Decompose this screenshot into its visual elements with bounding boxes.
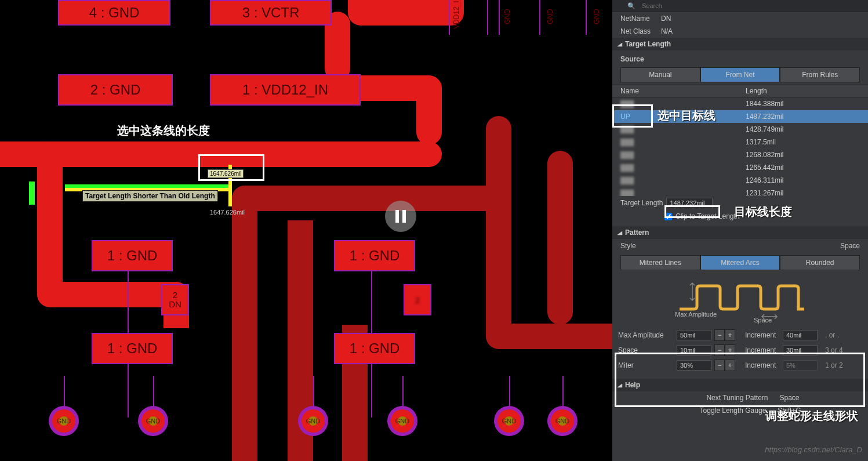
pad-gnd-1d[interactable]: 1 : GND bbox=[334, 333, 415, 364]
tab-manual[interactable]: Manual bbox=[620, 67, 700, 82]
tab-from-rules[interactable]: From Rules bbox=[780, 67, 860, 82]
search-row: 🔍 bbox=[612, 0, 868, 12]
help-toggle-label: Toggle Length Gauge bbox=[679, 406, 766, 415]
net-label-gnd-t2: GND bbox=[546, 9, 554, 24]
tooltip-length: 1647.626mil bbox=[208, 169, 244, 178]
search-input[interactable] bbox=[639, 1, 853, 10]
watermark: https://blog.csdn.net/Clara_D bbox=[765, 445, 862, 454]
style-label: Style bbox=[620, 242, 636, 250]
annotation-select-line: 选中这条线的长度 bbox=[117, 123, 210, 139]
net-label-gnd-t1: GND bbox=[503, 9, 511, 24]
netname-label: NetName bbox=[620, 14, 661, 23]
source-label: Source bbox=[620, 55, 644, 63]
section-pattern[interactable]: Pattern bbox=[612, 226, 868, 239]
netclass-label: Net Class bbox=[620, 27, 661, 35]
param-max_amp-dec[interactable]: − bbox=[714, 329, 725, 341]
target-length-label: Target Length bbox=[620, 199, 663, 207]
pad-dn-2[interactable]: 2 bbox=[404, 284, 431, 315]
pad-gnd-1c[interactable]: 1 : GND bbox=[92, 333, 173, 364]
via-gnd-6[interactable]: GND bbox=[547, 406, 578, 436]
via-gnd-5[interactable]: GND bbox=[494, 406, 524, 436]
via-gnd-1[interactable]: GND bbox=[49, 406, 79, 436]
pattern-preview: Max Amplitude Space bbox=[612, 273, 868, 328]
net-row[interactable]: ███1268.082mil bbox=[612, 148, 868, 161]
via-gnd-3[interactable]: GND bbox=[298, 406, 328, 436]
pad-gnd-4[interactable]: 4 : GND bbox=[58, 0, 170, 26]
net-label-gnd-t3: GND bbox=[593, 9, 601, 24]
style-tabs: Mitered Lines Mitered Arcs Rounded bbox=[620, 255, 860, 270]
annotation-box-target-len bbox=[664, 205, 720, 218]
net-row[interactable]: ███1265.442mil bbox=[612, 161, 868, 174]
pad-gnd-1b[interactable]: 1 : GND bbox=[334, 240, 415, 271]
param-max_amp-inc-input[interactable] bbox=[783, 330, 818, 340]
via-gnd-4[interactable]: GND bbox=[387, 406, 417, 436]
netclass-value: N/A bbox=[661, 27, 673, 35]
param-max_amp-hint: , or . bbox=[825, 331, 839, 339]
space-label-hdr: Space bbox=[840, 242, 860, 250]
length-readout: 1647.626mil bbox=[210, 209, 245, 216]
param-max_amp-input[interactable] bbox=[677, 330, 711, 340]
pause-overlay-icon bbox=[385, 201, 416, 232]
pad-gnd-2[interactable]: 2 : GND bbox=[58, 74, 173, 106]
tab-from-net[interactable]: From Net bbox=[700, 67, 780, 82]
tab-rounded[interactable]: Rounded bbox=[780, 255, 860, 270]
marker-start bbox=[29, 182, 35, 205]
net-label-vdd12: VDD12_I bbox=[452, 1, 460, 29]
pattern-max-amp-label: Max Amplitude bbox=[675, 311, 717, 318]
annotation-select-target: 选中目标线 bbox=[658, 108, 716, 124]
source-tabs: Manual From Net From Rules bbox=[620, 67, 860, 82]
pattern-space-label: Space bbox=[754, 317, 772, 324]
via-gnd-2[interactable]: GND bbox=[138, 406, 168, 436]
net-row[interactable]: ███1317.5mil bbox=[612, 136, 868, 148]
net-row[interactable]: ███1246.311mil bbox=[612, 174, 868, 187]
pcb-canvas[interactable]: 4 : GND 3 : VCTR 2 : GND 1 : VDD12_IN 1 … bbox=[0, 0, 612, 461]
netname-value: DN bbox=[661, 14, 671, 23]
pad-gnd-1a[interactable]: 1 : GND bbox=[92, 240, 173, 271]
net-row[interactable]: ███1231.267mil bbox=[612, 187, 868, 196]
annotation-box-up bbox=[612, 104, 653, 128]
properties-panel: 🔍 NetNameDN Net ClassN/A Target Length S… bbox=[612, 0, 868, 461]
annotation-box-params bbox=[615, 353, 865, 407]
pad-vdd12[interactable]: 1 : VDD12_IN bbox=[210, 74, 361, 106]
annotation-adjust: 调整蛇形走线形状 bbox=[765, 408, 858, 424]
param-max_amp-inc-label: Increment bbox=[745, 331, 780, 339]
search-icon: 🔍 bbox=[627, 2, 635, 10]
net-table-header: Name Length bbox=[612, 85, 868, 97]
param-max_amp-inc[interactable]: + bbox=[725, 329, 735, 341]
section-target-length[interactable]: Target Length bbox=[612, 38, 868, 50]
pad-vctr-3[interactable]: 3 : VCTR bbox=[210, 0, 332, 26]
annotation-target-len: 目标线长度 bbox=[734, 204, 792, 220]
tab-mitered-arcs[interactable]: Mitered Arcs bbox=[700, 255, 780, 270]
param-max_amp-label: Max Amplitude bbox=[618, 331, 674, 339]
pad-dn[interactable]: 2DN bbox=[161, 284, 189, 315]
tab-mitered-lines[interactable]: Mitered Lines bbox=[620, 255, 700, 270]
tooltip-warning: Target Length Shorter Than Old Length bbox=[82, 190, 218, 202]
